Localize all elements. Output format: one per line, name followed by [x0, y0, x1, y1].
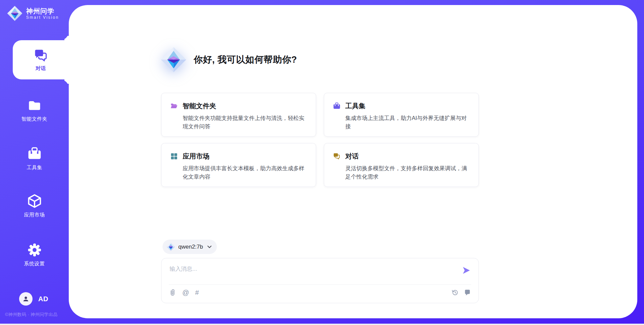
gear-icon: [27, 243, 42, 257]
sidebar: 神州问学 Smart Vision 对话 智能文件夹 工具集 应用市场 系统设置: [0, 0, 69, 325]
briefcase-icon: [27, 146, 42, 161]
mention-icon[interactable]: @: [182, 289, 189, 296]
history-icon[interactable]: [451, 289, 459, 296]
brand-diamond-logo-icon: [7, 5, 23, 21]
model-name: qwen2:7b: [178, 244, 203, 250]
diamond-logo-icon: [166, 242, 175, 251]
brand: 神州问学 Smart Vision: [7, 5, 59, 21]
model-selector[interactable]: qwen2:7b: [163, 240, 217, 254]
user-initials: AD: [38, 295, 48, 303]
message-composer: @ #: [161, 258, 479, 303]
send-icon[interactable]: [462, 266, 471, 275]
sidebar-item-chat[interactable]: 对话: [13, 40, 69, 79]
folder-open-icon: [170, 102, 178, 110]
chevron-down-icon: [207, 245, 212, 249]
attachment-icon[interactable]: [169, 289, 176, 296]
card-toolset[interactable]: 工具集 集成市场上主流工具，助力AI与外界无缝扩展与对接: [324, 93, 479, 137]
diamond-logo-icon: [160, 46, 187, 73]
brand-subtitle: Smart Vision: [26, 15, 59, 20]
card-description: 智能文件夹功能支持批量文件上传与清洗，轻松实现文件问答: [183, 114, 307, 131]
sidebar-item-app-market[interactable]: 应用市场: [0, 194, 69, 218]
cube-icon: [27, 194, 42, 208]
card-description: 应用市场提供丰富长文本模板，助力高效生成多样化文章内容: [183, 164, 307, 181]
sidebar-item-toolset[interactable]: 工具集: [0, 146, 69, 171]
card-description: 灵活切换多模型文件，支持多样回复效果调试，满足个性化需求: [345, 164, 470, 181]
sidebar-item-label: 智能文件夹: [21, 116, 48, 122]
comment-icon[interactable]: [464, 289, 471, 296]
briefcase-icon: [333, 102, 341, 110]
sidebar-item-label: 对话: [36, 65, 46, 72]
chat-bubbles-icon: [333, 152, 341, 160]
chat-bubbles-icon: [34, 48, 48, 63]
sidebar-item-settings[interactable]: 系统设置: [0, 243, 69, 267]
folder-icon: [28, 99, 42, 113]
card-description: 集成市场上主流工具，助力AI与外界无缝扩展与对接: [345, 114, 470, 131]
sidebar-item-smart-folder[interactable]: 智能文件夹: [0, 99, 69, 122]
hashtag-icon[interactable]: #: [195, 289, 199, 296]
greeting-title: 你好, 我可以如何帮助你?: [194, 54, 297, 66]
user-profile[interactable]: AD: [19, 292, 48, 306]
card-title: 工具集: [345, 102, 366, 111]
message-input[interactable]: [169, 263, 462, 282]
content-column: 你好, 我可以如何帮助你? 智能文件夹 智能文件夹功能支持批量文件上传与清洗，轻…: [163, 5, 481, 318]
sidebar-item-label: 工具集: [26, 165, 42, 171]
greeting: 你好, 我可以如何帮助你?: [160, 46, 297, 73]
card-smart-folder[interactable]: 智能文件夹 智能文件夹功能支持批量文件上传与清洗，轻松实现文件问答: [161, 93, 316, 137]
grid-icon: [170, 152, 178, 160]
card-title: 应用市场: [183, 152, 210, 161]
copyright-footer: ©神州数码 · 神州问学出品: [5, 312, 58, 318]
feature-cards: 智能文件夹 智能文件夹功能支持批量文件上传与清洗，轻松实现文件问答 工具集 集成…: [161, 93, 479, 187]
person-icon: [22, 295, 30, 303]
sidebar-item-label: 系统设置: [24, 261, 45, 267]
sidebar-item-label: 应用市场: [24, 212, 45, 218]
brand-name: 神州问学: [26, 7, 59, 15]
app-window: 神州问学 Smart Vision 对话 智能文件夹 工具集 应用市场 系统设置: [0, 0, 644, 325]
card-title: 对话: [345, 152, 359, 161]
card-chat[interactable]: 对话 灵活切换多模型文件，支持多样回复效果调试，满足个性化需求: [324, 143, 479, 187]
avatar: [19, 292, 33, 306]
card-title: 智能文件夹: [183, 102, 216, 111]
bottom-edge-strip: [0, 324, 644, 325]
card-app-market[interactable]: 应用市场 应用市场提供丰富长文本模板，助力高效生成多样化文章内容: [161, 143, 316, 187]
